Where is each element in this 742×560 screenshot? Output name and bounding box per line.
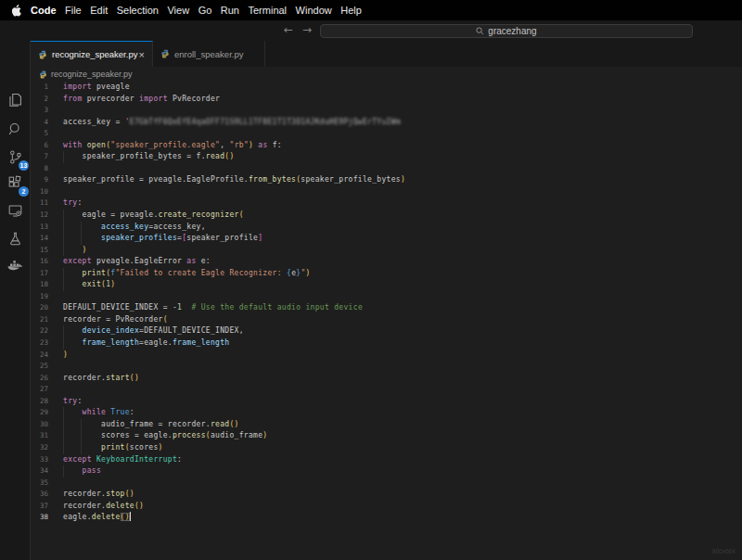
line-number: 7 xyxy=(31,151,48,163)
code-line: 29 while True: xyxy=(31,407,742,419)
line-number: 16 xyxy=(31,256,48,268)
line-number: 20 xyxy=(31,302,48,314)
search-view-icon[interactable] xyxy=(0,117,30,141)
code-line: 17 print(f"Failed to create Eagle Recogn… xyxy=(31,268,742,280)
code-line: 7 speaker_profile_bytes = f.read() xyxy=(31,151,742,163)
code-line: 35 xyxy=(31,477,742,490)
code-line: 20DEFAULT_DEVICE_INDEX = -1 # Use the de… xyxy=(31,302,742,314)
tab-enroll-speaker[interactable]: enroll_speaker.py xyxy=(153,41,265,67)
code-line: 6with open("speaker_profile.eagle", "rb"… xyxy=(31,140,742,152)
code-line: 15 ) xyxy=(31,245,742,257)
line-number: 18 xyxy=(31,279,48,291)
line-number: 30 xyxy=(31,419,48,431)
vscode-window: Code FileEditSelectionViewGoRunTerminalW… xyxy=(0,0,742,560)
docker-icon[interactable] xyxy=(0,254,30,278)
line-number: 24 xyxy=(31,350,48,362)
python-file-icon xyxy=(160,49,170,58)
vscode-title-bar: ← → gracezhang xyxy=(0,20,742,41)
menu-item-help[interactable]: Help xyxy=(340,5,362,16)
line-number: 10 xyxy=(31,186,48,198)
code-line: 23 frame_length=eagle.frame_length xyxy=(31,337,742,350)
line-number: 26 xyxy=(31,373,48,385)
line-number: 5 xyxy=(31,128,48,140)
remote-explorer-icon[interactable] xyxy=(0,198,30,223)
line-number: 17 xyxy=(31,268,48,280)
menu-item-edit[interactable]: Edit xyxy=(90,5,108,16)
menu-item-view[interactable]: View xyxy=(167,5,189,16)
code-line: 33except KeyboardInterrupt: xyxy=(31,454,742,466)
line-number: 6 xyxy=(31,140,48,152)
menu-item-code[interactable]: Code xyxy=(31,5,57,16)
python-file-icon xyxy=(38,50,47,59)
line-number: 23 xyxy=(31,337,48,350)
code-line: 5 xyxy=(31,128,742,140)
code-line: 25 xyxy=(31,361,742,373)
line-number: 21 xyxy=(31,314,48,326)
line-number: 32 xyxy=(31,442,48,454)
code-line: 30 audio_frame = recorder.read() xyxy=(31,419,742,431)
code-line: 12 eagle = pveagle.create_recognizer( xyxy=(31,210,742,222)
line-number: 34 xyxy=(31,465,48,477)
python-file-icon xyxy=(39,70,47,79)
line-number: 22 xyxy=(31,325,48,337)
menu-item-terminal[interactable]: Terminal xyxy=(249,5,288,16)
nav-back-button[interactable]: ← xyxy=(284,23,293,36)
line-number: 31 xyxy=(31,430,48,442)
code-line: 27 xyxy=(31,384,742,396)
text-cursor xyxy=(130,512,132,521)
menu-item-go[interactable]: Go xyxy=(198,5,212,16)
code-line: 4access_key = 'E7GbTfF6QeEfE4qaOFF71S9LL… xyxy=(31,117,742,129)
tab-bar: recognize_speaker.py × enroll_speaker.py xyxy=(31,41,742,67)
code-line: 38eagle.delete() xyxy=(31,512,742,524)
tab-label: enroll_speaker.py xyxy=(174,49,243,59)
line-number: 25 xyxy=(31,361,48,373)
line-number: 13 xyxy=(31,222,48,234)
code-line: 32 print(scores) xyxy=(31,442,742,454)
nav-forward-button[interactable]: → xyxy=(302,23,312,36)
menu-item-file[interactable]: File xyxy=(65,5,82,16)
line-number: 9 xyxy=(31,174,48,186)
line-number: 4 xyxy=(31,117,48,129)
code-line: 24) xyxy=(31,350,742,362)
code-line: 2from pvrecorder import PvRecorder xyxy=(31,94,742,106)
code-line: 13 access_key=access_key, xyxy=(31,222,742,234)
breadcrumb[interactable]: recognize_speaker.py xyxy=(31,67,742,82)
line-number: 36 xyxy=(31,489,48,501)
menu-item-window[interactable]: Window xyxy=(296,5,332,16)
command-center-search[interactable]: gracezhang xyxy=(320,24,693,38)
testing-icon[interactable] xyxy=(0,226,30,250)
line-number: 3 xyxy=(31,105,48,117)
code-line: 34 pass xyxy=(31,465,742,477)
code-line: 16except pveagle.EagleError as e: xyxy=(31,256,742,268)
source-control-badge: 13 xyxy=(19,160,29,171)
code-line: 14 speaker_profiles=[speaker_profile] xyxy=(31,233,742,245)
line-number: 29 xyxy=(31,407,48,419)
extensions-badge: 2 xyxy=(19,186,29,197)
code-line: 11try: xyxy=(31,197,742,210)
tab-recognize-speaker[interactable]: recognize_speaker.py × xyxy=(31,41,153,67)
line-number: 28 xyxy=(31,396,48,408)
line-number: 2 xyxy=(31,94,48,106)
code-line: 22 device_index=DEFAULT_DEVICE_INDEX, xyxy=(31,325,742,337)
line-number: 33 xyxy=(31,454,48,466)
line-number: 37 xyxy=(31,501,48,513)
menu-item-selection[interactable]: Selection xyxy=(117,5,159,16)
menu-item-run[interactable]: Run xyxy=(221,5,239,16)
code-editor[interactable]: 1import pveagle2from pvrecorder import P… xyxy=(31,82,742,560)
line-number: 35 xyxy=(31,477,48,490)
source-control-icon[interactable]: 13 xyxy=(0,145,30,169)
search-text: gracezhang xyxy=(488,26,536,36)
code-line: 1import pveagle xyxy=(31,82,742,94)
extensions-icon[interactable]: 2 xyxy=(0,171,30,195)
line-number: 11 xyxy=(31,197,48,210)
macos-menu-bar: Code FileEditSelectionViewGoRunTerminalW… xyxy=(0,0,742,20)
apple-menu-icon[interactable] xyxy=(11,5,21,17)
explorer-icon[interactable] xyxy=(0,87,30,111)
tab-close-icon[interactable]: × xyxy=(139,50,145,59)
code-line: 18 exit(1) xyxy=(31,279,742,291)
code-line: 26recorder.start() xyxy=(31,373,742,385)
line-number: 27 xyxy=(31,384,48,396)
line-number: 1 xyxy=(31,82,48,94)
code-line: 21recorder = PvRecorder( xyxy=(31,314,742,326)
line-number: 38 xyxy=(31,512,48,524)
